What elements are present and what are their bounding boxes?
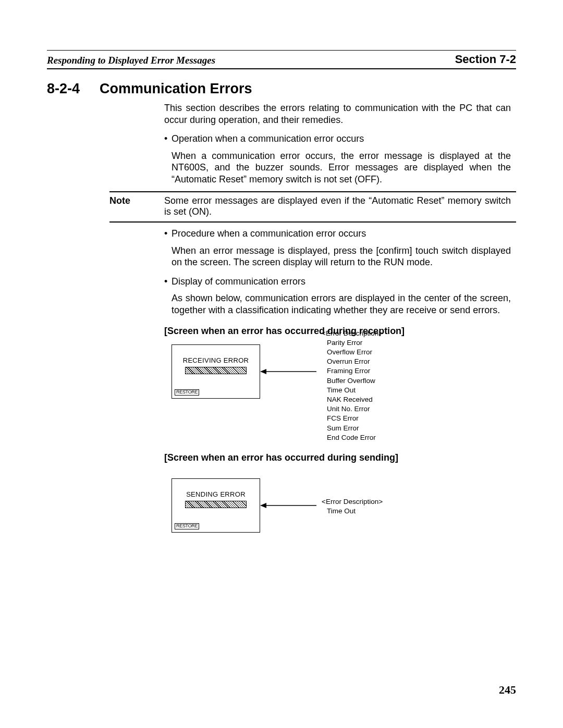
list-item: Parity Error bbox=[327, 338, 383, 348]
restore-button[interactable]: RESTORE bbox=[175, 523, 199, 529]
list-item: NAK Received bbox=[327, 395, 383, 404]
sending-heading: [Screen when an error has occurred durin… bbox=[164, 452, 511, 464]
list-item: FCS Error bbox=[327, 414, 383, 423]
reception-screen-box: RECEIVING ERROR RESTORE bbox=[172, 344, 260, 399]
note-text: Some error messages are displayed even i… bbox=[164, 195, 516, 217]
reception-diagram: RECEIVING ERROR RESTORE <Error Descripti… bbox=[172, 344, 511, 443]
header-section-right: Section 7-2 bbox=[455, 53, 516, 66]
arrow-left-icon bbox=[260, 367, 317, 376]
bullet-operation-head: Operation when a communication error occ… bbox=[172, 133, 511, 145]
list-item: Time Out bbox=[327, 507, 383, 516]
page-number: 245 bbox=[499, 683, 516, 697]
bullet-icon: • bbox=[164, 228, 172, 240]
bullet-icon: • bbox=[164, 133, 172, 145]
reception-screen-title: RECEIVING ERROR bbox=[172, 356, 260, 365]
list-item: Overflow Error bbox=[327, 348, 383, 357]
bullet-display-head: Display of communication errors bbox=[172, 276, 511, 288]
page-header: Responding to Displayed Error Messages S… bbox=[47, 53, 516, 69]
note-block: Note Some error messages are displayed e… bbox=[109, 191, 516, 223]
list-item: End Code Error bbox=[327, 433, 383, 442]
sending-screen-box: SENDING ERROR RESTORE bbox=[172, 478, 260, 533]
bullet-procedure-head: Procedure when a communication error occ… bbox=[172, 228, 511, 240]
note-label: Note bbox=[109, 195, 164, 217]
list-item: Time Out bbox=[327, 386, 383, 395]
bullet-operation-body: When a communication error occurs, the e… bbox=[172, 150, 511, 186]
list-item: Sum Error bbox=[327, 424, 383, 433]
section-title-text: Communication Errors bbox=[100, 81, 252, 96]
error-description-placeholder bbox=[185, 501, 247, 508]
list-item: Buffer Overflow bbox=[327, 376, 383, 386]
svg-marker-3 bbox=[260, 503, 266, 508]
sending-diagram: SENDING ERROR RESTORE <Error Description… bbox=[172, 478, 511, 533]
reception-error-list: <Error Description> Parity Error Overflo… bbox=[322, 329, 383, 443]
list-item: Overrun Error bbox=[327, 357, 383, 366]
bullet-display: • Display of communication errors bbox=[164, 276, 511, 288]
error-description-label: <Error Description> bbox=[322, 329, 383, 338]
restore-button[interactable]: RESTORE bbox=[175, 389, 199, 396]
section-number: 8-2-4 bbox=[47, 81, 80, 96]
page: Responding to Displayed Error Messages S… bbox=[0, 0, 563, 728]
header-title-left: Responding to Displayed Error Messages bbox=[47, 55, 215, 66]
header-top-rule bbox=[47, 50, 516, 51]
list-item: Unit No. Error bbox=[327, 404, 383, 414]
bullet-procedure: • Procedure when a communication error o… bbox=[164, 228, 511, 240]
svg-marker-1 bbox=[260, 369, 266, 374]
bullet-operation: • Operation when a communication error o… bbox=[164, 133, 511, 145]
body-column: This section describes the errors relati… bbox=[164, 102, 511, 185]
sending-screen-title: SENDING ERROR bbox=[172, 490, 260, 499]
bullet-procedure-body: When an error message is displayed, pres… bbox=[172, 245, 511, 268]
intro-paragraph: This section describes the errors relati… bbox=[164, 102, 511, 126]
error-description-placeholder bbox=[185, 367, 247, 374]
bullet-icon: • bbox=[164, 276, 172, 288]
list-item: Framing Error bbox=[327, 366, 383, 376]
body-column-2: • Procedure when a communication error o… bbox=[164, 228, 511, 533]
bullet-display-body: As shown below, communication errors are… bbox=[172, 292, 511, 316]
sending-error-list: <Error Description> Time Out bbox=[322, 497, 383, 516]
error-description-label: <Error Description> bbox=[322, 497, 383, 507]
arrow-left-icon bbox=[260, 501, 317, 510]
section-heading: 8-2-4Communication Errors bbox=[47, 81, 516, 97]
